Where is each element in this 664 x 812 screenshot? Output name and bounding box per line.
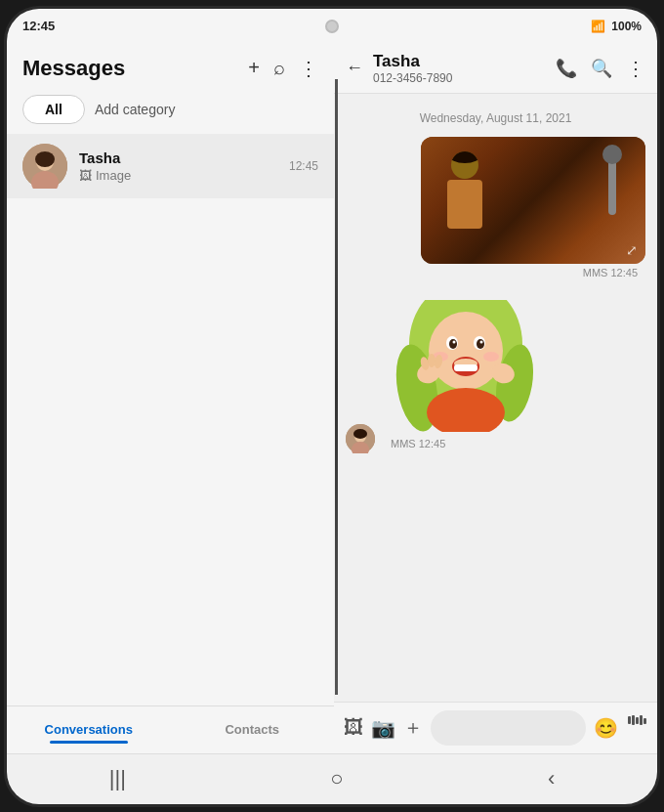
conv-name: Tasha — [79, 150, 277, 166]
back-button[interactable]: ← — [346, 58, 363, 78]
conversations-tab-label: Conversations — [45, 722, 133, 737]
svg-point-15 — [477, 339, 484, 349]
chat-contact-name: Tasha — [373, 52, 546, 71]
msg-meta-incoming: MMS 12:45 — [383, 435, 549, 453]
chat-messages: Wednesday, August 11, 2021 — [334, 94, 657, 702]
spacer — [7, 198, 334, 706]
conv-time: 12:45 — [289, 159, 318, 173]
chat-header-actions: 📞 🔍 ⋮ — [556, 57, 645, 80]
emoji-icon[interactable]: 😊 — [594, 716, 618, 740]
svg-point-27 — [428, 354, 436, 367]
status-time: 12:45 — [22, 19, 55, 33]
svg-rect-32 — [640, 715, 643, 725]
status-right: 📶 100% — [591, 20, 642, 33]
msg-meta-outgoing: MMS 12:45 — [421, 264, 645, 282]
svg-point-3 — [35, 151, 55, 167]
compose-icon[interactable]: + — [248, 57, 260, 79]
tab-underline — [50, 741, 128, 744]
message-incoming-0: MMS 12:45 — [346, 298, 645, 453]
svg-rect-29 — [628, 716, 631, 724]
more-icon[interactable]: ⋮ — [299, 57, 318, 80]
left-panel: Messages + ⌕ ⋮ All Add category — [7, 44, 334, 753]
mic-icon[interactable] — [626, 714, 647, 741]
fold-line — [335, 79, 338, 695]
add-icon[interactable]: ＋ — [403, 714, 423, 741]
video-thumbnail[interactable]: ▶ ⤢ — [421, 137, 645, 264]
msg-bubble-incoming: MMS 12:45 — [383, 298, 549, 453]
svg-point-16 — [453, 341, 456, 344]
incoming-avatar — [346, 424, 375, 453]
camera-icon[interactable]: 📷 — [371, 716, 395, 740]
camera-bump — [325, 20, 339, 33]
main-content: Messages + ⌕ ⋮ All Add category — [7, 44, 657, 753]
person-figure — [440, 151, 489, 239]
svg-point-17 — [480, 341, 483, 344]
filter-all-button[interactable]: All — [22, 95, 85, 124]
svg-point-11 — [429, 312, 503, 390]
gallery-icon[interactable]: 🖼 — [344, 716, 363, 739]
chat-more-icon[interactable]: ⋮ — [626, 57, 645, 80]
chat-input-bar: 🖼 📷 ＋ 😊 — [334, 702, 657, 753]
search-icon[interactable]: ⌕ — [273, 57, 285, 79]
camera-notch — [325, 20, 339, 33]
filter-row: All Add category — [7, 89, 334, 134]
sticker-container — [383, 298, 549, 435]
back-nav-icon[interactable]: ‹ — [548, 766, 555, 791]
right-panel: ← Tasha 012-3456-7890 📞 🔍 ⋮ Wednesday, A… — [334, 44, 657, 753]
status-bar: 12:45 📶 100% — [7, 9, 657, 44]
call-icon[interactable]: 📞 — [556, 58, 577, 79]
msg-bubble-outgoing: ▶ ⤢ MMS 12:45 — [421, 137, 645, 282]
svg-rect-33 — [643, 718, 646, 724]
conversation-item[interactable]: Tasha 🖼 Image 12:45 — [7, 134, 334, 198]
expand-icon[interactable]: ⤢ — [626, 242, 638, 258]
bottom-nav: ||| ○ ‹ — [7, 753, 657, 804]
conversations-tab[interactable]: Conversations — [7, 714, 171, 749]
add-category-button[interactable]: Add category — [95, 102, 176, 117]
chat-search-icon[interactable]: 🔍 — [591, 58, 612, 79]
message-input[interactable] — [431, 710, 586, 746]
conv-info: Tasha 🖼 Image — [79, 150, 277, 183]
svg-point-14 — [449, 339, 457, 349]
conv-preview-text: Image — [96, 168, 131, 183]
date-divider: Wednesday, August 11, 2021 — [346, 111, 645, 125]
svg-point-7 — [353, 429, 367, 439]
svg-point-19 — [483, 352, 499, 362]
chat-contact-number: 012-3456-7890 — [373, 71, 546, 85]
chat-header-info: Tasha 012-3456-7890 — [373, 52, 546, 85]
messages-header: Messages + ⌕ ⋮ — [7, 44, 334, 89]
battery-indicator: 100% — [611, 20, 642, 33]
wifi-icon: 📶 — [591, 20, 605, 33]
messages-title: Messages — [22, 56, 125, 81]
sticker-svg — [388, 300, 544, 432]
sticker-character — [383, 298, 549, 435]
avatar — [22, 144, 67, 189]
svg-rect-22 — [454, 364, 477, 371]
contacts-tab-label: Contacts — [225, 722, 279, 737]
svg-rect-30 — [632, 715, 635, 725]
home-icon[interactable]: ○ — [330, 766, 343, 791]
chat-header: ← Tasha 012-3456-7890 📞 🔍 ⋮ — [334, 44, 657, 94]
image-icon: 🖼 — [79, 168, 92, 183]
header-icons: + ⌕ ⋮ — [248, 57, 318, 80]
phone-frame: 12:45 📶 100% Messages + ⌕ ⋮ — [4, 6, 660, 807]
conv-preview: 🖼 Image — [79, 168, 277, 183]
contacts-tab[interactable]: Contacts — [171, 714, 335, 749]
message-outgoing-0: ▶ ⤢ MMS 12:45 — [346, 137, 645, 282]
svg-rect-31 — [636, 717, 639, 724]
left-bottom-nav: Conversations Contacts — [7, 705, 334, 753]
recent-apps-icon[interactable]: ||| — [109, 766, 126, 791]
